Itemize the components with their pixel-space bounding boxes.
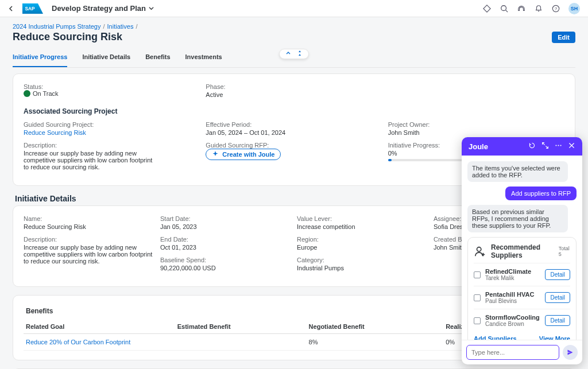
svg-point-7 — [560, 145, 562, 146]
svg-point-5 — [555, 145, 556, 146]
associated-heading: Associated Sourcing Project — [24, 107, 564, 115]
benefit-goal-link[interactable]: Reduce 20% of Our Carbon Footprint — [24, 334, 175, 351]
breadcrumb-item[interactable]: Initiatives — [107, 23, 134, 30]
diamond-icon[interactable] — [482, 4, 492, 13]
view-more-button[interactable]: View More — [539, 335, 570, 340]
checkbox[interactable] — [474, 271, 481, 278]
detail-button[interactable]: Detail — [545, 315, 570, 326]
tab-initiative-progress[interactable]: Initiative Progress — [13, 53, 67, 67]
phase-label: Phase: — [206, 83, 382, 90]
back-icon[interactable] — [8, 4, 14, 13]
card-title: Recommended Suppliers — [491, 243, 554, 259]
bell-icon[interactable] — [534, 4, 543, 13]
checkbox[interactable] — [474, 294, 481, 301]
help-icon[interactable]: ? — [551, 4, 560, 13]
breadcrumb: 2024 Industrial Pumps Strategy / Initiat… — [13, 23, 575, 30]
add-suppliers-button[interactable]: Add Suppliers — [474, 335, 517, 340]
page-header: 2024 Industrial Pumps Strategy / Initiat… — [0, 17, 588, 73]
edit-button[interactable]: Edit — [552, 32, 575, 43]
expand-icon[interactable] — [541, 142, 549, 151]
search-icon[interactable] — [500, 4, 509, 13]
tab-investments[interactable]: Investments — [185, 53, 222, 67]
sourcing-project-link[interactable]: Reduce Sourcing Risk — [24, 129, 200, 136]
svg-point-2 — [538, 10, 539, 11]
app-title-text: Develop Strategy and Plan — [52, 4, 146, 13]
status-value: On Track — [24, 90, 200, 97]
joule-title: Joule — [469, 142, 488, 151]
joule-header: Joule — [462, 137, 582, 156]
close-icon[interactable] — [568, 142, 575, 151]
phase-value: Active — [206, 91, 382, 98]
supplier-row: StormflowCoolingCandice Brown Detail — [474, 309, 570, 332]
svg-point-8 — [477, 247, 481, 251]
more-icon[interactable] — [555, 142, 562, 151]
joule-input-row — [462, 340, 582, 364]
create-with-joule-button[interactable]: Create with Joule — [206, 149, 281, 160]
supplier-row: RefinedClimateTarek Malik Detail — [474, 263, 570, 286]
send-button[interactable] — [563, 345, 578, 360]
description-text: Increase our supply base by adding new c… — [24, 150, 156, 170]
headset-icon[interactable] — [517, 4, 526, 13]
app-title[interactable]: Develop Strategy and Plan — [52, 4, 154, 13]
svg-point-6 — [558, 145, 559, 146]
page-title: Reduce Sourcing Risk — [13, 31, 122, 43]
shell-actions: ? SH — [482, 3, 580, 14]
joule-message: Based on previous similar RFPs, I recomm… — [467, 205, 568, 232]
expand-icon — [285, 51, 291, 57]
tab-benefits[interactable]: Benefits — [145, 53, 170, 67]
drawer-toggle[interactable] — [279, 49, 309, 59]
user-message: Add suppliers to RFP — [505, 187, 577, 200]
suppliers-card: Recommended Suppliers Total 5 RefinedCli… — [467, 237, 577, 340]
owner-value: John Smith — [388, 129, 564, 136]
joule-message: The items you've selected were added to … — [467, 161, 568, 182]
svg-point-1 — [501, 5, 506, 10]
sap-logo: SAP — [22, 3, 44, 14]
pin-icon — [297, 51, 303, 57]
sparkle-icon — [212, 151, 219, 158]
supplier-row: Pentachill HVACPaul Blevins Detail — [474, 286, 570, 309]
breadcrumb-item[interactable]: 2024 Industrial Pumps Strategy — [13, 23, 100, 30]
svg-text:SAP: SAP — [25, 6, 35, 11]
joule-input[interactable] — [466, 345, 559, 360]
shell-bar: SAP Develop Strategy and Plan ? SH — [0, 0, 588, 17]
checkbox[interactable] — [474, 317, 481, 324]
chevron-down-icon — [149, 6, 154, 11]
status-label: Status: — [24, 83, 200, 90]
tab-initiative-details[interactable]: Initiative Details — [82, 53, 130, 67]
total-badge: Total 5 — [559, 246, 570, 257]
history-icon[interactable] — [528, 142, 536, 151]
svg-text:?: ? — [555, 6, 558, 11]
tabs: Initiative Progress Initiative Details B… — [13, 53, 575, 68]
add-person-icon — [474, 245, 486, 258]
joule-panel: Joule The items you've selected were add… — [462, 137, 582, 364]
effective-period: Jan 05, 2024 – Oct 01, 2024 — [206, 129, 382, 136]
detail-button[interactable]: Detail — [545, 292, 570, 303]
detail-button[interactable]: Detail — [545, 269, 570, 280]
avatar[interactable]: SH — [568, 3, 580, 14]
